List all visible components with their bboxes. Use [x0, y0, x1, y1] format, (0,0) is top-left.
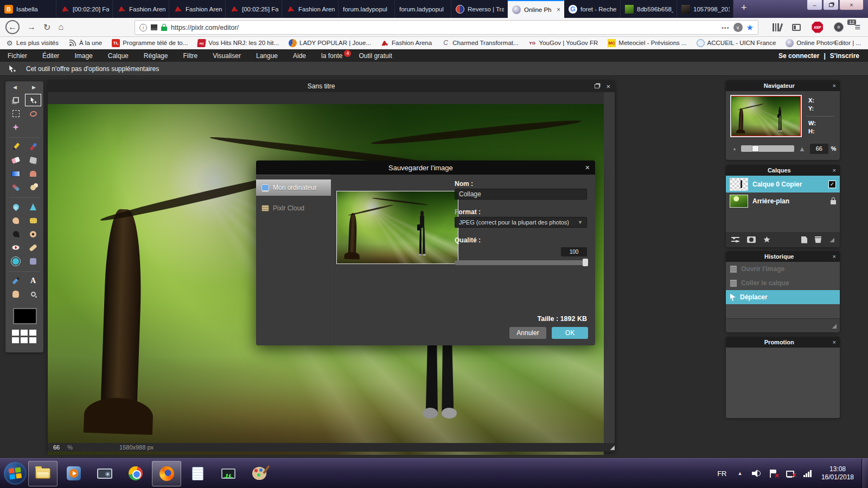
move-tool[interactable]: [24, 93, 42, 107]
video-downloader-icon[interactable]: [834, 22, 844, 32]
quality-value[interactable]: 100: [561, 247, 587, 256]
taskbar-screenshot-button[interactable]: [90, 461, 119, 486]
browser-tab[interactable]: 1057998_201 ×: [677, 0, 733, 18]
pinch-tool[interactable]: [24, 254, 42, 268]
new-layer-icon[interactable]: [801, 236, 807, 243]
canvas-close-icon[interactable]: ×: [606, 82, 610, 91]
brush-tool[interactable]: [24, 140, 42, 153]
history-resize-grip-icon[interactable]: [831, 323, 837, 329]
ok-button[interactable]: OK: [552, 327, 588, 339]
zoom-slider-handle[interactable]: [752, 145, 759, 152]
browser-tab[interactable]: 8db596b658_ ×: [621, 0, 677, 18]
history-step[interactable]: Déplacer: [726, 290, 840, 304]
quality-slider[interactable]: [455, 260, 587, 265]
menu-item-outil-gratuit[interactable]: Outil gratuit: [351, 52, 399, 60]
clock[interactable]: 13:08 16/01/2018: [821, 465, 854, 481]
format-select[interactable]: JPEG (correct pour la plupart des photos…: [455, 217, 587, 228]
fill-tool[interactable]: [24, 153, 42, 167]
type-tool[interactable]: A: [24, 274, 42, 287]
red-eye-tool[interactable]: [7, 241, 24, 254]
divider[interactable]: [9, 134, 40, 138]
taskbar-explorer-button[interactable]: [28, 461, 58, 486]
layer-row[interactable]: Calque 0 Copier ✓: [726, 176, 840, 192]
volume-icon[interactable]: [752, 470, 761, 477]
palette-collapse-left-icon[interactable]: ◀: [13, 85, 17, 90]
save-destination-item[interactable]: Pixlr Cloud: [256, 200, 331, 216]
browser-tab[interactable]: Fashion Aren ×: [113, 0, 169, 18]
browser-tab[interactable]: [00:02:25] Fa ×: [226, 0, 282, 18]
extension-icon[interactable]: [151, 24, 157, 30]
bookmark-item[interactable]: YG YouGov | YouGov FR: [528, 39, 598, 47]
zoom-in-icon[interactable]: ▲: [799, 145, 806, 153]
smudge-tool[interactable]: [7, 214, 24, 227]
dodge-tool[interactable]: [7, 227, 24, 241]
taskbar-media-player-button[interactable]: [59, 461, 88, 486]
bookmarks-overflow-chevron[interactable]: »: [832, 38, 840, 46]
color-swatch[interactable]: [13, 308, 37, 324]
bookmark-item[interactable]: MC Meteociel - Prévisions ...: [608, 39, 686, 47]
history-step[interactable]: Coller le calque: [726, 276, 840, 290]
canvas-title-bar[interactable]: Sans titre ×: [48, 80, 615, 92]
register-link[interactable]: S'inscrire: [830, 52, 859, 60]
action-center-icon[interactable]: ✕: [769, 470, 777, 478]
library-icon[interactable]: [773, 23, 781, 31]
taskbar-firefox-button[interactable]: [152, 461, 181, 486]
blur-tool[interactable]: [7, 200, 24, 214]
spot-heal-tool[interactable]: [24, 241, 42, 254]
menu-item[interactable]: Réglage: [136, 52, 176, 60]
cancel-button[interactable]: Annuler: [509, 327, 546, 339]
canvas-scrollbar-gutter[interactable]: [604, 92, 615, 443]
new-tab-button[interactable]: +: [733, 0, 755, 16]
name-input[interactable]: Collage: [455, 189, 587, 200]
navigator-close-icon[interactable]: ×: [833, 82, 836, 89]
crop-tool[interactable]: [7, 93, 24, 107]
menu-item-la-fonte[interactable]: la fonte 4: [314, 52, 351, 60]
eyedropper-tool[interactable]: [7, 274, 24, 287]
bookmark-item[interactable]: À la une: [68, 39, 102, 47]
bookmark-item[interactable]: ⚙ Les plus visités: [5, 39, 59, 47]
show-desktop-button[interactable]: [861, 459, 868, 488]
divider[interactable]: [9, 268, 40, 272]
pencil-tool[interactable]: [7, 140, 24, 153]
menu-item[interactable]: Aide: [285, 52, 314, 60]
promotion-close-icon[interactable]: ×: [833, 339, 836, 345]
layer-row[interactable]: Arrière-plan: [726, 192, 840, 209]
marquee-tool[interactable]: [7, 107, 24, 120]
adblock-icon[interactable]: ABP: [812, 22, 823, 33]
browser-tab[interactable]: forum.ladypopul ×: [339, 0, 395, 18]
page-actions-icon[interactable]: •••: [722, 24, 730, 31]
tray-expand-icon[interactable]: ▲: [738, 471, 743, 476]
layer-settings-icon[interactable]: [731, 237, 739, 243]
menu-item[interactable]: Image: [67, 52, 100, 60]
home-button[interactable]: ⌂: [58, 22, 63, 32]
close-button[interactable]: ×: [839, 0, 864, 10]
color-replace-tool[interactable]: [7, 181, 24, 194]
signal-bars-icon[interactable]: [803, 470, 812, 477]
zoom-tool[interactable]: [24, 287, 42, 301]
layer-visibility-toggle[interactable]: [831, 200, 836, 204]
delete-layer-icon[interactable]: [815, 236, 821, 243]
page-info-icon[interactable]: i: [139, 24, 147, 31]
layer-visibility-toggle[interactable]: ✓: [828, 181, 836, 188]
menu-item[interactable]: Calque: [100, 52, 136, 60]
reload-button[interactable]: ↻: [43, 22, 50, 33]
start-button[interactable]: [4, 462, 27, 485]
taskbar-sysmonitor-button[interactable]: [214, 461, 243, 486]
navigator-zoom-value[interactable]: 66: [810, 144, 828, 154]
url-bar[interactable]: i https://pixlr.com/editor/ ••• ∨ ★: [135, 20, 758, 35]
bookmark-item[interactable]: TL Programme télé de to...: [112, 39, 188, 47]
browser-tab[interactable]: B Isabella ×: [0, 0, 56, 18]
divider[interactable]: [9, 194, 40, 198]
taskbar-paint-button[interactable]: [245, 461, 274, 486]
browser-tab[interactable]: Fashion Aren ×: [282, 0, 339, 18]
restore-button[interactable]: [823, 0, 839, 10]
browser-tab[interactable]: Online Ph ×: [508, 0, 564, 18]
wand-tool[interactable]: [7, 120, 24, 134]
bookmark-item[interactable]: LADY POPULAR | Joue...: [289, 39, 371, 47]
menu-item[interactable]: Fichier: [0, 52, 35, 60]
layers-close-icon[interactable]: ×: [833, 167, 836, 174]
resize-grip-icon[interactable]: [609, 445, 615, 450]
clone-stamp-tool[interactable]: [24, 167, 42, 181]
save-destination-item[interactable]: Mon ordinateur: [256, 179, 331, 196]
drawing-tool[interactable]: [24, 181, 42, 194]
